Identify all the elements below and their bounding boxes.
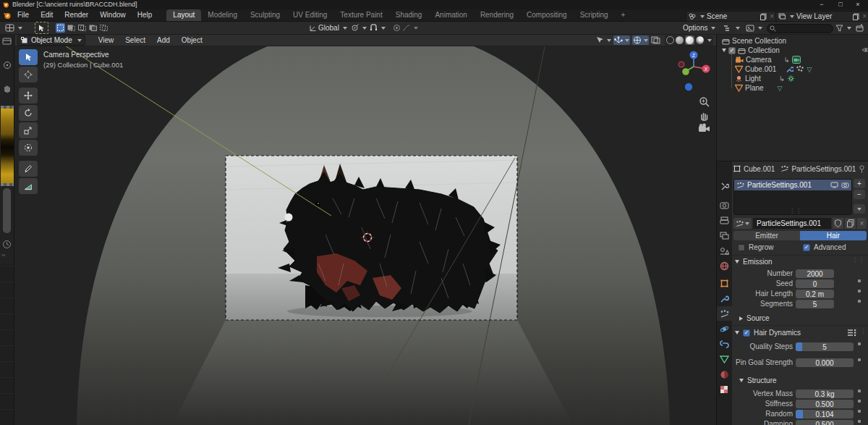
datablock-type-dropdown[interactable] (733, 218, 752, 229)
pin-goal-strength-field[interactable]: 0.000 (796, 358, 854, 367)
datablock-name-field[interactable]: ParticleSettings.001 (753, 218, 831, 229)
breadcrumb-object[interactable]: Cube.001 (744, 165, 775, 173)
new-view-layer-icon[interactable] (853, 13, 860, 20)
maximize-button[interactable]: □ (832, 0, 849, 9)
regrow-option[interactable]: Regrow (738, 243, 773, 251)
active-tool-button[interactable] (35, 22, 48, 34)
gold-texture-image[interactable] (1, 109, 14, 183)
menu-window[interactable]: Window (94, 9, 132, 21)
tool-annotate[interactable] (19, 161, 38, 177)
tab-constraints[interactable] (716, 337, 732, 351)
transform-orientation-dropdown[interactable]: Global (307, 23, 349, 33)
workspace-tab-uv-editing[interactable]: UV Editing (286, 9, 333, 21)
tool-select-box[interactable] (19, 49, 38, 65)
particle-system-list[interactable]: ParticleSettings.001 ⋮⋮ (733, 179, 852, 215)
workspace-tab-animation[interactable]: Animation (428, 9, 473, 21)
overlays-toggle[interactable] (632, 35, 649, 45)
menu-file[interactable]: File (12, 9, 35, 21)
outliner-row-plane[interactable]: Plane ▽ (716, 83, 868, 93)
axis-y-ball[interactable] (682, 68, 689, 75)
list-resize-grip[interactable]: ⋮⋮ (789, 208, 802, 214)
animate-decorator[interactable] (858, 400, 861, 403)
emission-panel-header[interactable]: Emission (735, 258, 773, 266)
copy-datablock-button[interactable] (845, 218, 856, 229)
tab-view-layer[interactable] (716, 228, 732, 243)
tab-physics[interactable] (716, 321, 732, 336)
advanced-checkbox[interactable]: ✓ (803, 244, 810, 251)
remove-particle-system-button[interactable]: − (854, 190, 865, 199)
hide-toggle[interactable] (861, 46, 868, 54)
source-panel-header[interactable]: Source (739, 314, 770, 322)
tool-transform[interactable] (19, 140, 38, 156)
clock-gizmo-icon[interactable] (2, 240, 12, 249)
unlink-datablock-button[interactable]: × (857, 218, 867, 229)
view-layer-selector[interactable]: View Layer × (775, 11, 868, 22)
scene-render[interactable] (14, 46, 716, 425)
disclosure-triangle-icon[interactable] (722, 49, 726, 52)
menu-help[interactable]: Help (132, 9, 158, 21)
type-hair-button[interactable]: Hair (800, 231, 867, 240)
particle-specials-menu[interactable] (854, 204, 865, 214)
outliner-row-light[interactable]: Light ↳ (716, 74, 868, 83)
shading-solid-button[interactable] (676, 36, 684, 44)
navigation-gizmo[interactable]: Z X (676, 49, 711, 91)
outliner-search[interactable] (767, 24, 833, 33)
minimize-button[interactable]: − (813, 0, 830, 9)
hair-dynamics-checkbox[interactable]: ✓ (743, 329, 750, 337)
scene-selector[interactable]: Scene × (686, 11, 777, 22)
quality-steps-slider[interactable]: 5 (796, 342, 854, 351)
outliner-row-cube[interactable]: Cube.001 ▽ (716, 64, 868, 74)
zoom-button[interactable] (699, 96, 710, 108)
mode-selector[interactable]: Object Mode (17, 35, 85, 46)
select-mode-extend-button[interactable] (67, 23, 76, 33)
animate-decorator[interactable] (858, 358, 861, 361)
segments-field[interactable]: 5 (796, 300, 834, 308)
proportional-editing-toggle[interactable] (391, 23, 420, 33)
animate-decorator[interactable] (858, 300, 861, 303)
animate-decorator[interactable] (858, 342, 861, 345)
editor-type-selector[interactable] (3, 23, 25, 33)
tab-scene[interactable] (716, 243, 732, 258)
panel-drag-grip[interactable]: ⋮⋮ (852, 257, 865, 264)
outliner-row-scene-collection[interactable]: Scene Collection (716, 36, 868, 46)
viewport-menu-add[interactable]: Add (151, 35, 176, 46)
outliner-filter-id-dropdown[interactable] (744, 23, 765, 33)
object-visibility-dropdown[interactable] (596, 36, 611, 44)
gizmos-toggle[interactable] (613, 35, 630, 45)
number-field[interactable]: 2000 (796, 269, 834, 278)
outliner-filter-dropdown[interactable] (833, 23, 854, 33)
camera-view-button[interactable] (698, 123, 711, 133)
tab-object[interactable] (716, 276, 732, 290)
shading-wireframe-button[interactable] (666, 36, 674, 44)
hair-dynamics-panel-header[interactable]: ✓ Hair Dynamics (735, 329, 801, 337)
workspace-tab-scripting[interactable]: Scripting (574, 9, 615, 21)
stiffness-field[interactable]: 0.500 (796, 400, 854, 408)
unlink-scene-icon[interactable]: × (770, 12, 774, 20)
advanced-option[interactable]: ✓ Advanced (803, 243, 846, 251)
particle-slot-active[interactable]: ParticleSettings.001 (734, 180, 851, 190)
random-slider[interactable]: 0.104 (796, 410, 854, 418)
tab-output[interactable] (716, 213, 732, 227)
tab-tool[interactable] (716, 179, 732, 193)
tab-material[interactable] (716, 367, 732, 382)
new-scene-icon[interactable] (760, 13, 767, 20)
damping-field[interactable]: 0.500 (796, 420, 854, 425)
animate-decorator[interactable] (858, 279, 861, 282)
search-input[interactable] (767, 24, 833, 33)
pan-hand-button[interactable] (699, 110, 710, 122)
tab-texture[interactable] (716, 382, 732, 397)
workspace-tab-rendering[interactable]: Rendering (474, 9, 520, 21)
shading-material-button[interactable] (685, 35, 694, 45)
add-particle-system-button[interactable]: + (854, 179, 865, 188)
menu-edit[interactable]: Edit (35, 9, 59, 21)
select-mode-subtract-button[interactable] (77, 23, 87, 33)
editor-type-icon[interactable] (2, 38, 12, 45)
tab-object-data[interactable] (716, 352, 732, 366)
new-collection-button[interactable] (854, 23, 867, 33)
animate-decorator[interactable] (858, 420, 861, 423)
animate-decorator[interactable] (858, 410, 861, 413)
viewport-menu-object[interactable]: Object (176, 35, 208, 46)
blender-logo-icon[interactable] (4, 12, 12, 20)
workspace-tab-modeling[interactable]: Modeling (201, 9, 244, 21)
close-button[interactable]: × (849, 0, 867, 9)
